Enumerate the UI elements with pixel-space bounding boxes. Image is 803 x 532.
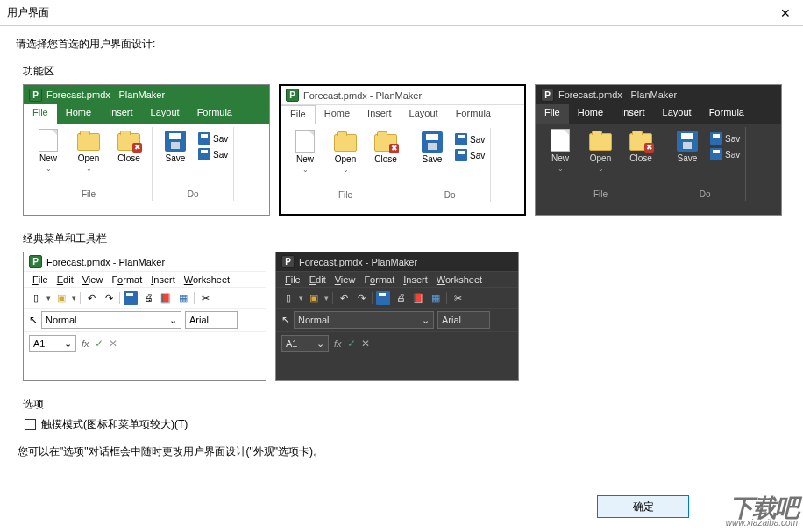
menu-insert[interactable]: Insert — [400, 273, 431, 286]
tab-layout[interactable]: Layout — [142, 104, 188, 124]
menu-insert[interactable]: Insert — [147, 273, 179, 286]
style-select[interactable]: Normal⌄ — [294, 311, 434, 329]
classic-option-light[interactable]: P Forecast.pmdx - PlanMaker File Edit Vi… — [23, 252, 266, 381]
save-button[interactable]: Save — [156, 129, 195, 164]
menu-view[interactable]: View — [79, 273, 107, 286]
scissors-icon[interactable]: ✂ — [451, 291, 465, 305]
folder-icon — [334, 134, 357, 152]
ribbon-option-green[interactable]: P Forecast.pmdx - PlanMaker File Home In… — [23, 84, 270, 216]
ribbon-group-doc: Save Sav Sav Do — [153, 127, 234, 201]
menu-edit[interactable]: Edit — [53, 273, 77, 286]
menu-format[interactable]: Format — [360, 273, 398, 286]
app-icon: P — [286, 89, 299, 102]
tab-formula[interactable]: Formula — [188, 104, 241, 124]
close-button[interactable]: Close — [366, 130, 405, 174]
tab-file[interactable]: File — [24, 104, 57, 124]
cursor-icon[interactable]: ↖ — [281, 314, 290, 326]
tab-home[interactable]: Home — [569, 104, 612, 124]
new-button[interactable]: New⌄ — [286, 130, 324, 174]
open-button[interactable]: Open⌄ — [581, 129, 620, 173]
x-icon[interactable]: ✕ — [109, 337, 117, 350]
save-icon[interactable] — [376, 291, 390, 305]
print-icon[interactable]: 🖨 — [141, 291, 155, 305]
chevron-down-icon[interactable]: ▾ — [46, 294, 51, 302]
open-button[interactable]: Open⌄ — [69, 129, 108, 173]
ok-button[interactable]: 确定 — [597, 495, 689, 518]
tab-layout[interactable]: Layout — [654, 104, 700, 124]
cursor-icon[interactable]: ↖ — [29, 314, 38, 326]
new-doc-icon[interactable]: ▯ — [281, 291, 295, 305]
table-icon[interactable]: ▦ — [429, 291, 443, 305]
new-button[interactable]: New⌄ — [29, 129, 68, 173]
fx-icon[interactable]: fx — [82, 338, 89, 349]
tab-insert[interactable]: Insert — [359, 105, 401, 124]
save-icon[interactable] — [124, 291, 138, 305]
close-icon[interactable]: ✕ — [775, 6, 796, 20]
x-icon[interactable]: ✕ — [361, 337, 370, 350]
menu-file[interactable]: File — [281, 273, 304, 286]
tab-layout[interactable]: Layout — [401, 105, 447, 124]
check-icon[interactable]: ✓ — [95, 337, 103, 350]
chevron-down-icon[interactable]: ▾ — [72, 294, 76, 302]
ribbon-options-row: P Forecast.pmdx - PlanMaker File Home In… — [23, 84, 787, 216]
style-select[interactable]: Normal⌄ — [41, 311, 181, 329]
font-select[interactable]: Arial — [185, 311, 238, 329]
print-icon[interactable]: 🖨 — [394, 291, 408, 305]
tab-formula[interactable]: Formula — [700, 104, 753, 124]
titlebar: 用户界面 ✕ — [0, 0, 803, 26]
close-button[interactable]: Close — [110, 129, 148, 173]
menu-worksheet[interactable]: Worksheet — [433, 273, 486, 286]
menu-edit[interactable]: Edit — [306, 273, 330, 286]
tab-formula[interactable]: Formula — [447, 105, 500, 124]
chevron-down-icon[interactable]: ▾ — [324, 294, 329, 302]
chevron-down-icon[interactable]: ▾ — [299, 294, 303, 302]
pdf-icon[interactable]: 📕 — [159, 291, 173, 305]
ribbon-option-white[interactable]: P Forecast.pmdx - PlanMaker File Home In… — [279, 84, 526, 216]
cell-ref[interactable]: A1⌄ — [29, 335, 76, 352]
menu-worksheet[interactable]: Worksheet — [181, 273, 233, 286]
menu-format[interactable]: Format — [108, 273, 146, 286]
redo-icon[interactable]: ↷ — [354, 291, 368, 305]
folder-icon[interactable]: ▣ — [307, 291, 321, 305]
fx-icon[interactable]: fx — [334, 338, 342, 349]
save-as-button[interactable]: Sav — [710, 132, 740, 145]
menu-file[interactable]: File — [29, 273, 52, 286]
save-all-button[interactable]: Sav — [455, 149, 485, 161]
ribbon-option-dark[interactable]: P Forecast.pmdx - PlanMaker File Home In… — [535, 84, 782, 216]
check-icon[interactable]: ✓ — [347, 337, 356, 350]
tab-insert[interactable]: Insert — [612, 104, 654, 124]
scissors-icon[interactable]: ✂ — [198, 291, 212, 305]
pdf-icon[interactable]: 📕 — [411, 291, 425, 305]
document-icon — [39, 129, 58, 152]
checkbox-icon[interactable] — [25, 419, 36, 430]
close-button[interactable]: Close — [622, 129, 660, 173]
redo-icon[interactable]: ↷ — [102, 291, 116, 305]
menu-view[interactable]: View — [331, 273, 359, 286]
folder-icon[interactable]: ▣ — [54, 291, 68, 305]
save-icon — [710, 148, 722, 160]
undo-icon[interactable]: ↶ — [84, 291, 98, 305]
save-as-button[interactable]: Sav — [198, 132, 228, 145]
tab-file[interactable]: File — [536, 104, 569, 124]
classic-option-dark[interactable]: P Forecast.pmdx - PlanMaker File Edit Vi… — [275, 252, 519, 381]
font-select[interactable]: Arial — [437, 311, 490, 329]
new-button[interactable]: New⌄ — [541, 129, 579, 173]
section-options-label: 选项 — [23, 397, 787, 412]
save-all-button[interactable]: Sav — [710, 148, 740, 160]
save-all-button[interactable]: Sav — [198, 148, 228, 160]
cell-ref[interactable]: A1⌄ — [281, 335, 329, 352]
tab-insert[interactable]: Insert — [100, 104, 142, 124]
open-button[interactable]: Open⌄ — [326, 130, 365, 174]
save-button[interactable]: Save — [668, 129, 707, 164]
table-icon[interactable]: ▦ — [176, 291, 190, 305]
undo-icon[interactable]: ↶ — [337, 291, 351, 305]
tab-home[interactable]: Home — [57, 104, 100, 124]
touch-mode-row[interactable]: 触摸模式(图标和菜单项较大)(T) — [25, 417, 787, 432]
new-doc-icon[interactable]: ▯ — [29, 291, 43, 305]
tab-file[interactable]: File — [281, 105, 316, 124]
save-as-button[interactable]: Sav — [455, 133, 485, 145]
preview-titlebar: P Forecast.pmdx - PlanMaker — [536, 85, 781, 104]
save-button[interactable]: Save — [413, 130, 451, 165]
tab-home[interactable]: Home — [316, 105, 359, 124]
toolbar: ▯▾ ▣▾ ↶ ↷ 🖨 📕 ▦ ✂ — [276, 288, 518, 309]
